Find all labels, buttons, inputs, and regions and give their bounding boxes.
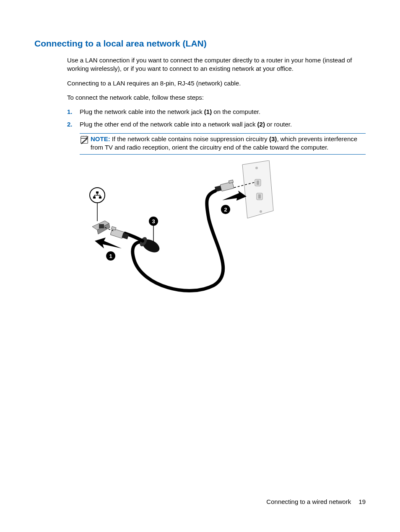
intro-paragraph-2: Connecting to a LAN requires an 8-pin, R… bbox=[67, 79, 366, 88]
step-item: 1. Plug the network cable into the netwo… bbox=[67, 108, 366, 116]
svg-rect-11 bbox=[258, 194, 261, 199]
svg-text:1: 1 bbox=[109, 253, 112, 259]
svg-marker-26 bbox=[95, 238, 122, 248]
step-text-pre: Plug the other end of the network cable … bbox=[80, 121, 257, 128]
svg-text:3: 3 bbox=[152, 218, 155, 225]
step-text-post: on the computer. bbox=[212, 108, 260, 115]
intro-paragraph-3: To connect the network cable, follow the… bbox=[67, 93, 366, 102]
svg-text:2: 2 bbox=[224, 207, 227, 213]
svg-marker-16 bbox=[222, 191, 247, 201]
callout-1: (1) bbox=[204, 108, 212, 115]
svg-rect-24 bbox=[99, 224, 104, 228]
note-icon bbox=[80, 135, 89, 145]
document-page: Connecting to a local area network (LAN)… bbox=[0, 0, 400, 326]
step-number: 2. bbox=[67, 120, 80, 129]
svg-rect-13 bbox=[220, 182, 234, 191]
intro-paragraph-1: Use a LAN connection if you want to conn… bbox=[67, 56, 366, 73]
svg-rect-9 bbox=[257, 181, 259, 185]
svg-point-6 bbox=[255, 167, 258, 169]
callout-2: (2) bbox=[257, 121, 265, 128]
callout-3: (3) bbox=[269, 135, 277, 142]
step-text: Plug the other end of the network cable … bbox=[80, 120, 366, 129]
steps-list: 1. Plug the network cable into the netwo… bbox=[67, 108, 366, 129]
step-text-post: or router. bbox=[265, 121, 292, 128]
svg-rect-36 bbox=[99, 196, 101, 199]
footer-title: Connecting to a wired network bbox=[266, 498, 351, 505]
page-number: 19 bbox=[358, 498, 366, 505]
note-block: NOTE: If the network cable contains nois… bbox=[80, 133, 366, 155]
body-content: Use a LAN connection if you want to conn… bbox=[67, 56, 366, 301]
svg-point-7 bbox=[260, 210, 262, 213]
svg-rect-34 bbox=[96, 191, 99, 194]
svg-rect-35 bbox=[93, 196, 96, 199]
page-footer: Connecting to a wired network 19 bbox=[266, 498, 366, 505]
section-heading: Connecting to a local area network (LAN) bbox=[34, 39, 366, 49]
note-label: NOTE: bbox=[91, 135, 110, 142]
step-number: 1. bbox=[67, 108, 80, 116]
step-text: Plug the network cable into the network … bbox=[80, 108, 366, 116]
note-text-pre: If the network cable contains noise supp… bbox=[110, 135, 269, 142]
step-text-pre: Plug the network cable into the network … bbox=[80, 108, 204, 115]
note-text: NOTE: If the network cable contains nois… bbox=[91, 135, 366, 152]
cable-connection-figure: 2 bbox=[80, 160, 366, 301]
step-item: 2. Plug the other end of the network cab… bbox=[67, 120, 366, 129]
